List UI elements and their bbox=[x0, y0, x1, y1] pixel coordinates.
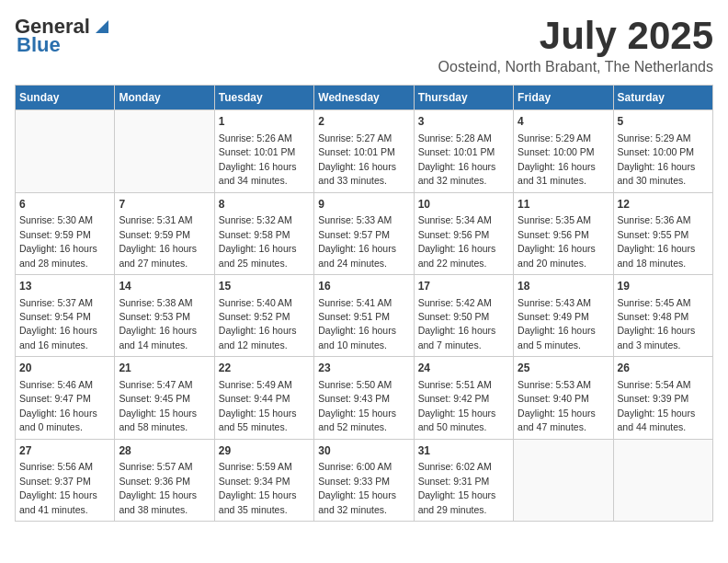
day-info: Sunrise: 5:49 AMSunset: 9:44 PMDaylight:… bbox=[219, 379, 297, 432]
calendar-cell: 24Sunrise: 5:51 AMSunset: 9:42 PMDayligh… bbox=[414, 357, 513, 439]
svg-marker-0 bbox=[96, 20, 108, 33]
day-info: Sunrise: 5:35 AMSunset: 9:56 PMDaylight:… bbox=[518, 214, 596, 268]
calendar-cell: 17Sunrise: 5:42 AMSunset: 9:50 PMDayligh… bbox=[414, 274, 513, 356]
day-info: Sunrise: 5:38 AMSunset: 9:53 PMDaylight:… bbox=[119, 297, 197, 350]
calendar-cell bbox=[514, 439, 613, 521]
calendar-cell: 2Sunrise: 5:27 AMSunset: 10:01 PMDayligh… bbox=[314, 110, 414, 192]
calendar-cell: 5Sunrise: 5:29 AMSunset: 10:00 PMDayligh… bbox=[613, 110, 712, 192]
day-info: Sunrise: 5:36 AMSunset: 9:55 PMDaylight:… bbox=[618, 214, 696, 268]
day-number: 9 bbox=[318, 197, 409, 213]
calendar-cell: 28Sunrise: 5:57 AMSunset: 9:36 PMDayligh… bbox=[115, 439, 214, 521]
day-number: 23 bbox=[318, 361, 409, 376]
day-info: Sunrise: 5:30 AMSunset: 9:59 PMDaylight:… bbox=[19, 214, 97, 268]
day-info: Sunrise: 5:26 AMSunset: 10:01 PMDaylight… bbox=[219, 132, 297, 186]
calendar-cell bbox=[16, 110, 115, 192]
calendar-cell: 8Sunrise: 5:32 AMSunset: 9:58 PMDaylight… bbox=[214, 192, 313, 274]
calendar-cell: 3Sunrise: 5:28 AMSunset: 10:01 PMDayligh… bbox=[414, 110, 513, 192]
day-number: 31 bbox=[418, 443, 509, 459]
day-info: Sunrise: 5:53 AMSunset: 9:40 PMDaylight:… bbox=[518, 379, 596, 432]
day-info: Sunrise: 5:33 AMSunset: 9:57 PMDaylight:… bbox=[318, 214, 396, 268]
calendar-cell: 21Sunrise: 5:47 AMSunset: 9:45 PMDayligh… bbox=[115, 357, 214, 439]
calendar-cell: 20Sunrise: 5:46 AMSunset: 9:47 PMDayligh… bbox=[16, 357, 115, 439]
day-number: 8 bbox=[219, 197, 310, 213]
day-number: 10 bbox=[418, 197, 509, 213]
day-number: 26 bbox=[618, 361, 709, 376]
day-number: 16 bbox=[318, 279, 409, 294]
calendar-cell: 11Sunrise: 5:35 AMSunset: 9:56 PMDayligh… bbox=[514, 192, 613, 274]
logo: General Blue bbox=[15, 15, 112, 57]
day-info: Sunrise: 6:00 AMSunset: 9:33 PMDaylight:… bbox=[318, 461, 396, 514]
day-info: Sunrise: 5:56 AMSunset: 9:37 PMDaylight:… bbox=[19, 461, 97, 514]
calendar-week-row: 27Sunrise: 5:56 AMSunset: 9:37 PMDayligh… bbox=[16, 439, 713, 521]
logo-blue: Blue bbox=[17, 33, 61, 57]
calendar-cell: 1Sunrise: 5:26 AMSunset: 10:01 PMDayligh… bbox=[214, 110, 313, 192]
day-info: Sunrise: 5:46 AMSunset: 9:47 PMDaylight:… bbox=[19, 379, 97, 432]
calendar-cell: 15Sunrise: 5:40 AMSunset: 9:52 PMDayligh… bbox=[214, 274, 313, 356]
day-number: 27 bbox=[19, 443, 110, 459]
calendar-cell: 4Sunrise: 5:29 AMSunset: 10:00 PMDayligh… bbox=[514, 110, 613, 192]
day-number: 4 bbox=[518, 114, 609, 130]
day-number: 2 bbox=[318, 114, 409, 130]
day-info: Sunrise: 5:29 AMSunset: 10:00 PMDaylight… bbox=[518, 132, 596, 186]
logo-triangle-icon bbox=[92, 17, 112, 37]
page-header: General Blue July 2025 Oosteind, North B… bbox=[15, 15, 713, 75]
calendar-cell: 31Sunrise: 6:02 AMSunset: 9:31 PMDayligh… bbox=[414, 439, 513, 521]
day-info: Sunrise: 5:32 AMSunset: 9:58 PMDaylight:… bbox=[219, 214, 297, 268]
weekday-header-tuesday: Tuesday bbox=[214, 86, 313, 110]
calendar-table: SundayMondayTuesdayWednesdayThursdayFrid… bbox=[15, 85, 713, 522]
calendar-cell: 30Sunrise: 6:00 AMSunset: 9:33 PMDayligh… bbox=[314, 439, 414, 521]
calendar-cell: 18Sunrise: 5:43 AMSunset: 9:49 PMDayligh… bbox=[514, 274, 613, 356]
day-number: 28 bbox=[119, 443, 210, 459]
day-number: 19 bbox=[618, 279, 709, 294]
calendar-cell: 22Sunrise: 5:49 AMSunset: 9:44 PMDayligh… bbox=[214, 357, 313, 439]
day-info: Sunrise: 5:50 AMSunset: 9:43 PMDaylight:… bbox=[318, 379, 396, 432]
day-number: 12 bbox=[618, 197, 709, 213]
day-info: Sunrise: 5:43 AMSunset: 9:49 PMDaylight:… bbox=[518, 297, 596, 350]
calendar-cell: 23Sunrise: 5:50 AMSunset: 9:43 PMDayligh… bbox=[314, 357, 414, 439]
day-number: 6 bbox=[19, 197, 110, 213]
day-number: 22 bbox=[219, 361, 310, 376]
day-info: Sunrise: 5:29 AMSunset: 10:00 PMDaylight… bbox=[618, 132, 696, 186]
day-number: 14 bbox=[119, 279, 210, 294]
day-number: 1 bbox=[219, 114, 310, 130]
day-info: Sunrise: 5:59 AMSunset: 9:34 PMDaylight:… bbox=[219, 461, 297, 514]
calendar-week-row: 20Sunrise: 5:46 AMSunset: 9:47 PMDayligh… bbox=[16, 357, 713, 439]
calendar-cell: 19Sunrise: 5:45 AMSunset: 9:48 PMDayligh… bbox=[613, 274, 712, 356]
weekday-header-monday: Monday bbox=[115, 86, 214, 110]
day-number: 15 bbox=[219, 279, 310, 294]
day-number: 11 bbox=[518, 197, 609, 213]
day-number: 3 bbox=[418, 114, 509, 130]
day-number: 30 bbox=[318, 443, 409, 459]
day-info: Sunrise: 5:34 AMSunset: 9:56 PMDaylight:… bbox=[418, 214, 496, 268]
weekday-header-sunday: Sunday bbox=[16, 86, 115, 110]
day-info: Sunrise: 5:28 AMSunset: 10:01 PMDaylight… bbox=[418, 132, 496, 186]
calendar-cell: 16Sunrise: 5:41 AMSunset: 9:51 PMDayligh… bbox=[314, 274, 414, 356]
month-year: July 2025 bbox=[438, 15, 713, 57]
day-info: Sunrise: 5:51 AMSunset: 9:42 PMDaylight:… bbox=[418, 379, 496, 432]
day-info: Sunrise: 5:42 AMSunset: 9:50 PMDaylight:… bbox=[418, 297, 496, 350]
day-number: 21 bbox=[119, 361, 210, 376]
location: Oosteind, North Brabant, The Netherlands bbox=[438, 59, 713, 75]
calendar-cell: 6Sunrise: 5:30 AMSunset: 9:59 PMDaylight… bbox=[16, 192, 115, 274]
day-info: Sunrise: 5:37 AMSunset: 9:54 PMDaylight:… bbox=[19, 297, 97, 350]
calendar-cell: 13Sunrise: 5:37 AMSunset: 9:54 PMDayligh… bbox=[16, 274, 115, 356]
calendar-cell bbox=[115, 110, 214, 192]
day-info: Sunrise: 5:54 AMSunset: 9:39 PMDaylight:… bbox=[618, 379, 696, 432]
calendar-week-row: 6Sunrise: 5:30 AMSunset: 9:59 PMDaylight… bbox=[16, 192, 713, 274]
day-number: 18 bbox=[518, 279, 609, 294]
day-number: 13 bbox=[19, 279, 110, 294]
day-number: 5 bbox=[618, 114, 709, 130]
day-info: Sunrise: 5:40 AMSunset: 9:52 PMDaylight:… bbox=[219, 297, 297, 350]
weekday-header-wednesday: Wednesday bbox=[314, 86, 414, 110]
calendar-week-row: 1Sunrise: 5:26 AMSunset: 10:01 PMDayligh… bbox=[16, 110, 713, 192]
day-info: Sunrise: 5:57 AMSunset: 9:36 PMDaylight:… bbox=[119, 461, 197, 514]
day-info: Sunrise: 5:45 AMSunset: 9:48 PMDaylight:… bbox=[618, 297, 696, 350]
calendar-cell: 29Sunrise: 5:59 AMSunset: 9:34 PMDayligh… bbox=[214, 439, 313, 521]
calendar-cell: 10Sunrise: 5:34 AMSunset: 9:56 PMDayligh… bbox=[414, 192, 513, 274]
calendar-week-row: 13Sunrise: 5:37 AMSunset: 9:54 PMDayligh… bbox=[16, 274, 713, 356]
day-info: Sunrise: 5:41 AMSunset: 9:51 PMDaylight:… bbox=[318, 297, 396, 350]
day-info: Sunrise: 6:02 AMSunset: 9:31 PMDaylight:… bbox=[418, 461, 496, 514]
day-number: 29 bbox=[219, 443, 310, 459]
calendar-cell: 9Sunrise: 5:33 AMSunset: 9:57 PMDaylight… bbox=[314, 192, 414, 274]
day-info: Sunrise: 5:27 AMSunset: 10:01 PMDaylight… bbox=[318, 132, 396, 186]
